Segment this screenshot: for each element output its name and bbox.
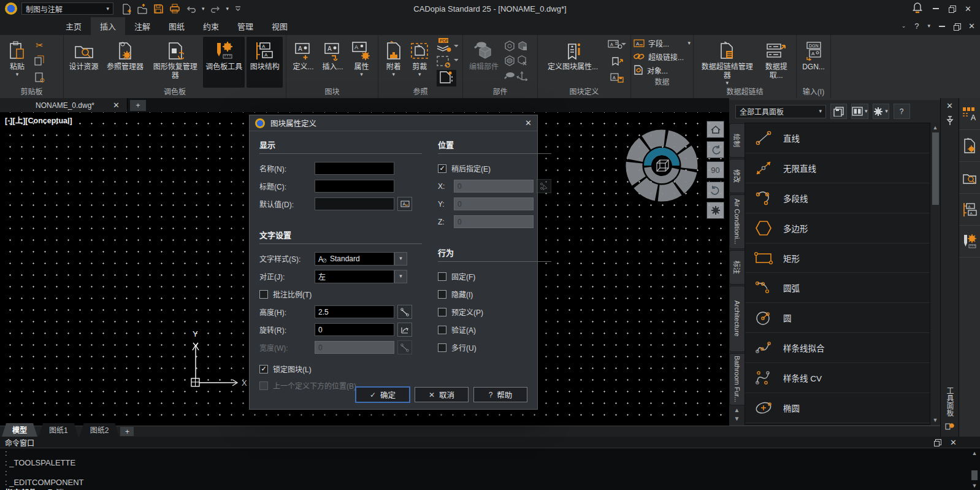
name-input[interactable]	[315, 162, 394, 175]
object-hyperlink-button[interactable]: 对象...	[634, 63, 691, 77]
predefined-checkbox[interactable]: ✓	[438, 308, 446, 316]
help-button[interactable]: ?	[914, 22, 919, 30]
palette-tab-dimension[interactable]: 标注	[729, 250, 745, 285]
help-dropdown-icon[interactable]: ▾	[928, 23, 931, 29]
palette-save-button[interactable]	[830, 104, 847, 119]
tab-insert[interactable]: 插入	[91, 17, 125, 35]
scroll-up-icon[interactable]: ▲	[933, 124, 938, 131]
palette-item-spline-fit[interactable]: 样条线拟合	[745, 333, 930, 363]
field-button[interactable]: A 字段... ▾	[634, 36, 691, 50]
clip-button[interactable]: 剪裁 ▾	[408, 37, 432, 88]
reference-manager-panel-button[interactable]	[959, 130, 980, 162]
palette-tools-panel-button[interactable]	[959, 226, 980, 258]
home-view-button[interactable]	[706, 121, 724, 138]
insert-field-button[interactable]: A	[397, 197, 412, 211]
hidden-checkbox[interactable]: ✓	[438, 290, 446, 299]
block-attributes-button[interactable]: A 属性 ▾	[348, 37, 375, 88]
view-settings-button[interactable]	[706, 202, 724, 219]
palette-item-line[interactable]: 直线	[745, 123, 930, 153]
restore-button[interactable]	[949, 6, 955, 12]
palette-item-ellipse[interactable]: 椭圆	[745, 393, 930, 423]
scrollbar-thumb[interactable]	[971, 470, 978, 480]
viewport-controls[interactable]: [-][上][Conceptual]	[5, 114, 72, 126]
block-define-button[interactable]: A 定义...	[289, 37, 317, 88]
attribute-sync-button[interactable]: A	[608, 40, 626, 52]
doc-restore-button[interactable]	[954, 23, 960, 29]
palette-settings-button[interactable]: ▾	[873, 104, 889, 119]
new-document-tab-button[interactable]: +	[130, 100, 146, 111]
text-style-select[interactable]: A Standard	[315, 252, 394, 266]
block-insert-button[interactable]: A 插入...	[319, 37, 346, 88]
tab-manage[interactable]: 管理	[228, 17, 262, 35]
palette-item-rectangle[interactable]: 矩形	[745, 243, 930, 274]
redo-dropdown-icon[interactable]: ▾	[226, 6, 229, 12]
palette-tab-draw[interactable]: 绘制	[729, 123, 745, 158]
multiline-row[interactable]: ✓ 多行(U)	[438, 339, 551, 356]
predefined-row[interactable]: ✓ 预定义(P)	[438, 303, 551, 321]
rotation-input[interactable]	[315, 323, 394, 336]
add-sheet-button[interactable]: +	[120, 427, 134, 436]
palette-item-circle[interactable]: 圆	[745, 303, 930, 333]
customize-toolbar-button[interactable]	[234, 2, 242, 15]
hyperlink-button[interactable]: 超级链接...	[634, 50, 691, 63]
palette-tools-button[interactable]: 调色板工具	[203, 37, 245, 88]
lock-block-row[interactable]: ✓ 锁定图块(L)	[259, 360, 422, 378]
reference-manager-button[interactable]: 参照管理器	[102, 37, 148, 88]
cut-button[interactable]: ✂	[36, 40, 44, 51]
workspace-dropdown[interactable]: 制图与注解 ▾	[21, 2, 113, 15]
attach-button[interactable]: 附着 ▾	[381, 37, 406, 88]
component-hexcube-button[interactable]	[504, 55, 515, 68]
collapse-ribbon-icon[interactable]: ⌄	[902, 23, 906, 29]
document-tab-close-icon[interactable]: ✕	[113, 101, 120, 109]
doc-minimize-button[interactable]	[939, 26, 945, 27]
palette-close-button[interactable]: ✕	[946, 102, 953, 110]
notifications-bell-icon[interactable]	[912, 2, 923, 15]
save-button[interactable]	[153, 2, 164, 15]
data-hyperlink-manager-button[interactable]: 数据超链结管理器 ▾	[697, 37, 757, 88]
sheet-tab-model[interactable]: 模型	[2, 423, 37, 437]
component-hexnut-button[interactable]	[504, 40, 515, 53]
drawing-recovery-manager-button[interactable]: 图形恢复管理器	[150, 37, 201, 88]
palette-filter-dropdown[interactable]: 全部工具面板 ▾	[735, 105, 826, 118]
document-tab[interactable]: NONAME_0.dwg* ✕	[0, 98, 128, 112]
ok-button[interactable]: ✓确定	[356, 387, 410, 402]
open-file-button[interactable]	[137, 2, 148, 15]
copy-button[interactable]	[34, 55, 45, 67]
navigation-wheel[interactable]	[621, 124, 703, 207]
specify-later-row[interactable]: ✓ 稍后指定(E)	[438, 159, 551, 177]
command-scrollbar[interactable]: ▲ ▼	[970, 450, 979, 489]
rotate-cw-button[interactable]	[706, 182, 724, 199]
palette-tab-architecture[interactable]: Architecture	[729, 286, 745, 352]
undo-dropdown-icon[interactable]: ▾	[202, 6, 205, 12]
tab-sheet[interactable]: 图纸	[159, 17, 194, 35]
scroll-down-icon[interactable]: ▼	[972, 483, 978, 489]
palette-layout-button[interactable]: ▾	[851, 104, 868, 119]
component-hand-button[interactable]	[504, 71, 515, 82]
palette-help-button[interactable]: ?	[894, 104, 910, 119]
text-style-dropdown-button[interactable]: ▾	[394, 252, 407, 266]
palette-item-polyline[interactable]: 多段线	[745, 183, 930, 213]
design-resources-button[interactable]: 设计资源	[67, 37, 101, 88]
data-extraction-button[interactable]: 数据提取...	[759, 37, 793, 88]
paste-button[interactable]: 粘贴 ▾	[3, 37, 31, 88]
multiline-checkbox[interactable]: ✓	[438, 343, 446, 352]
frame-settings-button[interactable]	[435, 55, 458, 69]
tab-home[interactable]: 主页	[56, 17, 91, 35]
height-input[interactable]	[315, 305, 394, 318]
scroll-up-icon[interactable]: ▲	[972, 450, 978, 456]
sheet-tab-sheet1[interactable]: 图纸1	[39, 423, 78, 437]
pin-icon[interactable]	[946, 116, 954, 128]
doc-close-button[interactable]: ✕	[968, 22, 975, 30]
command-window[interactable]: 命令窗口 ✕ : : _TOOLSPALETTE : : _EDITCOMPON…	[0, 437, 980, 490]
app-logo-icon[interactable]	[5, 2, 17, 15]
cancel-button[interactable]: ✕取消	[415, 387, 469, 402]
command-close-button[interactable]: ✕	[950, 438, 957, 446]
palette-item-polygon[interactable]: 多边形	[745, 213, 930, 243]
design-resources-panel-button[interactable]	[959, 162, 980, 194]
redo-button[interactable]	[210, 2, 221, 15]
pdf-underlay-button[interactable]: PDF	[435, 38, 458, 55]
dgn-import-button[interactable]: DGNA DGN...	[800, 37, 827, 88]
tab-scroll-up-icon[interactable]: ▲	[734, 407, 740, 413]
undo-button[interactable]	[186, 2, 196, 15]
properties-panel-button[interactable]: A	[959, 98, 980, 130]
